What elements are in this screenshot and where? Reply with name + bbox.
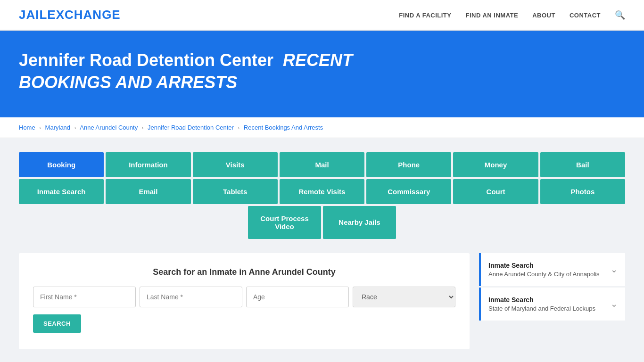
search-form-title: Search for an Inmate in Anne Arundel Cou…: [33, 267, 455, 277]
search-fields: Race White Black Hispanic Asian Other: [33, 287, 455, 307]
sidebar-item-text-2: Inmate Search State of Maryland and Fede…: [488, 296, 595, 312]
btn-visits[interactable]: Visits: [193, 152, 278, 177]
btn-court[interactable]: Court: [453, 179, 538, 204]
logo-part1: JAIL: [19, 8, 47, 22]
hero-section: Jennifer Road Detention Center RECENT BO…: [0, 31, 644, 117]
logo[interactable]: JAILEXCHANGE: [19, 8, 121, 22]
nav-contact[interactable]: CONTACT: [570, 12, 601, 19]
sidebar-item-2[interactable]: Inmate Search State of Maryland and Fede…: [479, 288, 625, 321]
btn-phone[interactable]: Phone: [366, 152, 451, 177]
page-title: Jennifer Road Detention Center RECENT BO…: [19, 49, 443, 94]
btn-email[interactable]: Email: [106, 179, 190, 204]
age-input[interactable]: [246, 287, 349, 307]
breadcrumb-anne-arundel[interactable]: Anne Arundel County: [80, 124, 138, 131]
breadcrumb-sep-1: ›: [39, 125, 41, 131]
sidebar-item-title-1: Inmate Search: [488, 262, 600, 269]
search-button[interactable]: SEARCH: [33, 314, 81, 333]
btn-row-1: Booking Information Visits Mail Phone Mo…: [19, 152, 625, 177]
sidebar-item-subtitle-1: Anne Arundel County & City of Annapolis: [488, 271, 600, 278]
nav-links: FIND A FACILITY FIND AN INMATE ABOUT CON…: [399, 10, 625, 20]
breadcrumb-maryland[interactable]: Maryland: [45, 124, 70, 131]
first-name-input[interactable]: [33, 287, 136, 307]
chevron-down-icon-2: ⌄: [611, 299, 618, 309]
btn-row-3: Court Process Video Nearby Jails: [19, 206, 625, 239]
facility-name: Jennifer Road Detention Center: [19, 50, 273, 70]
btn-bail[interactable]: Bail: [540, 152, 625, 177]
navbar: JAILEXCHANGE FIND A FACILITY FIND AN INM…: [0, 0, 644, 31]
main-content: Booking Information Visits Mail Phone Mo…: [0, 138, 644, 362]
btn-booking[interactable]: Booking: [19, 152, 104, 177]
sidebar-item-title-2: Inmate Search: [488, 296, 595, 304]
race-select[interactable]: Race White Black Hispanic Asian Other: [353, 287, 455, 307]
nav-button-grid: Booking Information Visits Mail Phone Mo…: [19, 152, 625, 239]
sidebar-item-text-1: Inmate Search Anne Arundel County & City…: [488, 262, 600, 278]
sidebar-item-1[interactable]: Inmate Search Anne Arundel County & City…: [479, 253, 625, 286]
btn-row-2: Inmate Search Email Tablets Remote Visit…: [19, 179, 625, 204]
sidebar-item-subtitle-2: State of Maryland and Federal Lockups: [488, 305, 595, 312]
btn-photos[interactable]: Photos: [540, 179, 625, 204]
btn-nearby-jails[interactable]: Nearby Jails: [323, 206, 396, 239]
breadcrumb-sep-4: ›: [238, 125, 240, 131]
sidebar: Inmate Search Anne Arundel County & City…: [479, 253, 625, 322]
btn-inmate-search[interactable]: Inmate Search: [19, 179, 104, 204]
search-icon[interactable]: 🔍: [615, 10, 625, 20]
breadcrumb-jrdc[interactable]: Jennifer Road Detention Center: [148, 124, 234, 131]
nav-about[interactable]: ABOUT: [532, 12, 555, 19]
breadcrumb-current: Recent Bookings And Arrests: [244, 124, 323, 131]
btn-commissary[interactable]: Commissary: [366, 179, 451, 204]
btn-tablets[interactable]: Tablets: [193, 179, 278, 204]
breadcrumb: Home › Maryland › Anne Arundel County › …: [0, 117, 644, 138]
logo-part2: EXCHANGE: [47, 8, 120, 22]
btn-court-process-video[interactable]: Court Process Video: [248, 206, 321, 239]
nav-find-facility[interactable]: FIND A FACILITY: [399, 12, 451, 19]
btn-information[interactable]: Information: [106, 152, 190, 177]
nav-find-inmate[interactable]: FIND AN INMATE: [465, 12, 518, 19]
btn-mail[interactable]: Mail: [280, 152, 364, 177]
btn-remote-visits[interactable]: Remote Visits: [280, 179, 364, 204]
chevron-down-icon-1: ⌄: [611, 264, 618, 275]
breadcrumb-sep-3: ›: [142, 125, 144, 131]
breadcrumb-home[interactable]: Home: [19, 124, 35, 131]
breadcrumb-sep-2: ›: [74, 125, 76, 131]
inmate-search-form: Search for an Inmate in Anne Arundel Cou…: [19, 253, 470, 349]
btn-money[interactable]: Money: [453, 152, 538, 177]
lower-section: Search for an Inmate in Anne Arundel Cou…: [19, 253, 625, 349]
last-name-input[interactable]: [140, 287, 242, 307]
